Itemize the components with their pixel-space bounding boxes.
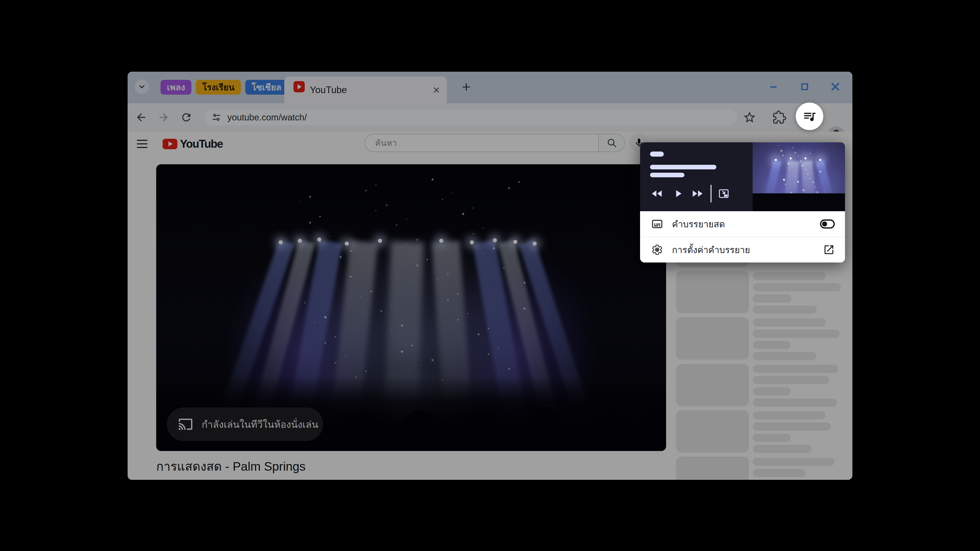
media-controls-popup: คำบรรยายสด การตั้งค่าคำบรรยาย xyxy=(640,142,845,262)
live-caption-label: คำบรรยายสด xyxy=(672,217,725,231)
controls-divider xyxy=(711,185,711,203)
dim-overlay xyxy=(127,72,853,480)
caption-settings-label: การตั้งค่าคำบรรยาย xyxy=(672,243,750,257)
media-session-card xyxy=(640,142,845,211)
desktop-background: เพลงโรงเรียนโซเชียล YouTube xyxy=(0,0,980,551)
media-controls-toolbar-button[interactable] xyxy=(796,103,823,130)
queue-music-icon xyxy=(802,109,817,124)
rewind-icon xyxy=(651,187,663,200)
live-caption-icon xyxy=(651,218,663,230)
fast-forward-icon xyxy=(691,187,704,200)
play-icon xyxy=(672,188,684,200)
open-in-new-icon[interactable] xyxy=(823,244,835,256)
fast-forward-button[interactable] xyxy=(690,186,705,201)
media-source-placeholder xyxy=(650,151,664,157)
media-artist-placeholder xyxy=(650,173,684,177)
media-thumbnail xyxy=(752,142,845,211)
browser-window: เพลงโรงเรียนโซเชียล YouTube xyxy=(127,72,853,480)
picture-in-picture-button[interactable] xyxy=(716,186,731,201)
live-caption-row[interactable]: คำบรรยายสด xyxy=(640,211,845,237)
media-title-placeholder xyxy=(650,165,716,169)
gear-icon xyxy=(651,244,663,256)
picture-in-picture-icon xyxy=(718,187,730,200)
rewind-button[interactable] xyxy=(649,186,664,201)
play-button[interactable] xyxy=(671,186,686,201)
live-caption-toggle[interactable] xyxy=(820,219,835,229)
caption-settings-row[interactable]: การตั้งค่าคำบรรยาย xyxy=(640,237,845,262)
